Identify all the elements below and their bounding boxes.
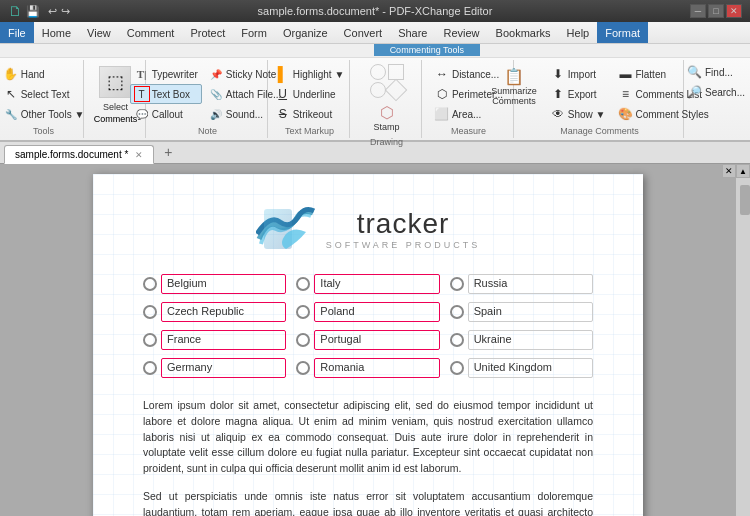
ribbon-group-drawing: ⬡ Stamp Drawing: [352, 60, 422, 138]
menu-view[interactable]: View: [79, 22, 119, 43]
input-belgium[interactable]: Belgium: [161, 274, 286, 294]
document-area: ✕ ▲ ▼: [0, 164, 750, 516]
radio-italy[interactable]: [296, 277, 310, 291]
styles-icon: 🎨: [617, 106, 633, 122]
minimize-button[interactable]: ─: [690, 4, 706, 18]
radio-germany[interactable]: [143, 361, 157, 375]
select-text-button[interactable]: Select Text: [0, 84, 88, 104]
menu-help[interactable]: Help: [559, 22, 598, 43]
quick-access-save[interactable]: 💾: [26, 5, 40, 18]
menu-comment[interactable]: Comment: [119, 22, 183, 43]
panel-toggle[interactable]: ✕: [722, 164, 736, 178]
hand-button[interactable]: Hand: [0, 64, 88, 84]
circle-tool[interactable]: [370, 64, 386, 80]
menu-share[interactable]: Share: [390, 22, 435, 43]
commenting-tools-context-tab: Commenting Tools: [374, 44, 480, 56]
note-buttons: T| Typewriter T Text Box Callout Sticky …: [130, 62, 286, 124]
app-logo: 🗋: [8, 3, 22, 19]
form-row-portugal: Portugal: [296, 330, 439, 350]
form-row-germany: Germany: [143, 358, 286, 378]
manage-group-label: Manage Comments: [560, 124, 639, 136]
input-ukraine[interactable]: Ukraine: [468, 330, 593, 350]
textbox-button[interactable]: T Text Box: [130, 84, 202, 104]
tools-col: Hand Select Text Other Tools ▼: [0, 64, 88, 124]
radio-spain[interactable]: [450, 305, 464, 319]
radio-poland[interactable]: [296, 305, 310, 319]
window-controls: ─ □ ✕: [690, 4, 742, 18]
menu-format[interactable]: Format: [597, 22, 648, 43]
title-bar: 🗋 💾 ↩ ↪ sample.forms.document* - PDF-XCh…: [0, 0, 750, 22]
input-czech[interactable]: Czech Republic: [161, 302, 286, 322]
input-romania[interactable]: Romania: [314, 358, 439, 378]
radio-romania[interactable]: [296, 361, 310, 375]
callout-button[interactable]: Callout: [130, 104, 202, 124]
select-cursor-icon: [3, 86, 19, 102]
diamond-tool[interactable]: [384, 79, 407, 102]
tools-buttons: Hand Select Text Other Tools ▼: [0, 62, 88, 124]
menu-review[interactable]: Review: [435, 22, 487, 43]
form-row-czech: Czech Republic: [143, 302, 286, 322]
menu-file[interactable]: File: [0, 22, 34, 43]
menu-home[interactable]: Home: [34, 22, 79, 43]
radio-belgium[interactable]: [143, 277, 157, 291]
summarize-button[interactable]: 📋 SummarizeComments: [486, 64, 542, 109]
vertical-scrollbar[interactable]: ▲ ▼: [736, 164, 750, 516]
add-tab-button[interactable]: +: [156, 141, 180, 163]
menu-protect[interactable]: Protect: [182, 22, 233, 43]
shape-row2: [370, 82, 404, 98]
sticky-icon: [208, 66, 224, 82]
input-spain[interactable]: Spain: [468, 302, 593, 322]
ribbon-group-find: 🔍 Find... 🔎 Search...: [686, 60, 746, 138]
input-uk[interactable]: United Kingdom: [468, 358, 593, 378]
input-france[interactable]: France: [161, 330, 286, 350]
menu-form[interactable]: Form: [233, 22, 275, 43]
list-icon: ≡: [617, 86, 633, 102]
radio-france[interactable]: [143, 333, 157, 347]
form-row-spain: Spain: [450, 302, 593, 322]
import-button[interactable]: ⬇ Import: [546, 64, 610, 84]
document-tab[interactable]: sample.forms.document * ✕: [4, 145, 154, 164]
input-germany[interactable]: Germany: [161, 358, 286, 378]
input-italy[interactable]: Italy: [314, 274, 439, 294]
perimeter-icon: ⬡: [434, 86, 450, 102]
note-group-label: Note: [198, 124, 217, 136]
highlight-button[interactable]: ▌ Highlight ▼: [271, 64, 349, 84]
quick-access-redo[interactable]: ↪: [61, 5, 70, 18]
stamp-button[interactable]: ⬡ Stamp: [367, 100, 407, 135]
radio-uk[interactable]: [450, 361, 464, 375]
radio-czech[interactable]: [143, 305, 157, 319]
find-icon: 🔍: [687, 64, 703, 80]
radio-portugal[interactable]: [296, 333, 310, 347]
tab-close-button[interactable]: ✕: [135, 150, 143, 160]
scroll-track[interactable]: [736, 178, 750, 516]
radio-ukraine[interactable]: [450, 333, 464, 347]
strikeout-button[interactable]: S Strikeout: [271, 104, 349, 124]
menu-organize[interactable]: Organize: [275, 22, 336, 43]
find-button[interactable]: 🔍 Find...: [683, 62, 749, 82]
close-button[interactable]: ✕: [726, 4, 742, 18]
scroll-up-button[interactable]: ▲: [736, 164, 750, 178]
scroll-thumb[interactable]: [740, 185, 750, 215]
input-russia[interactable]: Russia: [468, 274, 593, 294]
menu-bookmarks[interactable]: Bookmarks: [488, 22, 559, 43]
typewriter-button[interactable]: T| Typewriter: [130, 64, 202, 84]
radio-russia[interactable]: [450, 277, 464, 291]
export-button[interactable]: ⬆ Export: [546, 84, 610, 104]
ribbon-group-note: T| Typewriter T Text Box Callout Sticky …: [148, 60, 268, 138]
select-comments-button[interactable]: Select: [99, 100, 132, 114]
other-tools-button[interactable]: Other Tools ▼: [0, 104, 88, 124]
select-comments-icon[interactable]: ⬚: [99, 66, 131, 98]
window-title: sample.forms.document* - PDF-XChange Edi…: [258, 5, 493, 17]
quick-access-undo[interactable]: ↩: [48, 5, 57, 18]
search-button[interactable]: 🔎 Search...: [683, 82, 749, 102]
underline-button[interactable]: U Underline: [271, 84, 349, 104]
input-poland[interactable]: Poland: [314, 302, 439, 322]
input-portugal[interactable]: Portugal: [314, 330, 439, 350]
highlight-icon: ▌: [275, 66, 291, 82]
show-button[interactable]: 👁 Show ▼: [546, 104, 610, 124]
form-row-poland: Poland: [296, 302, 439, 322]
circle-tool2[interactable]: [370, 82, 386, 98]
maximize-button[interactable]: □: [708, 4, 724, 18]
menu-convert[interactable]: Convert: [336, 22, 391, 43]
brand-name: tracker: [326, 208, 481, 240]
